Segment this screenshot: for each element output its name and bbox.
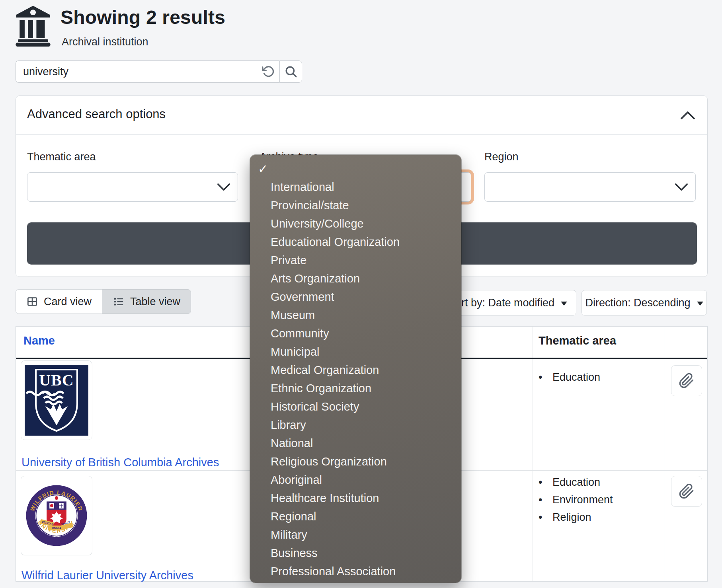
thematic-area-value: Environment (552, 494, 613, 506)
dropdown-option[interactable]: National (250, 434, 461, 452)
caret-down-icon (561, 302, 567, 306)
dropdown-option-selected-blank[interactable]: ✓ (250, 160, 461, 178)
region-label: Region (484, 151, 519, 163)
checkmark-icon: ✓ (250, 162, 268, 176)
table-view-label: Table view (130, 296, 180, 308)
thematic-area-select[interactable] (27, 172, 238, 202)
thematic-area-item: • Environment (539, 493, 613, 507)
dropdown-option[interactable]: Professional Association (250, 562, 461, 580)
thematic-area-label: Thematic area (27, 151, 96, 163)
archive-type-dropdown-menu: ✓ International Provincial/state Univers… (250, 155, 461, 583)
dropdown-option[interactable]: Regional (250, 507, 461, 526)
dropdown-option[interactable]: Museum (250, 306, 461, 324)
chevron-up-icon (680, 111, 693, 120)
thematic-area-value: Education (552, 476, 600, 489)
bullet: • (539, 494, 552, 506)
undo-icon (261, 65, 275, 78)
dropdown-option[interactable]: Military (250, 526, 461, 544)
advanced-search-header: Advanced search options (16, 96, 707, 135)
advanced-search-title: Advanced search options (27, 107, 166, 121)
dropdown-option[interactable]: Historical Society (250, 397, 461, 416)
collapse-panel-button[interactable] (678, 109, 695, 122)
dropdown-option[interactable]: Religious Organization (250, 452, 461, 471)
view-toggle: Card view Table view (16, 289, 191, 314)
reset-search-button[interactable] (257, 60, 279, 83)
region-select[interactable] (484, 172, 696, 202)
paperclip-icon (679, 483, 695, 499)
name-column-header[interactable]: Name (23, 334, 55, 347)
list-icon (113, 296, 125, 308)
result-link[interactable]: University of British Columbia Archives (21, 456, 219, 469)
search-bar (16, 60, 302, 83)
wlu-logo[interactable]: WILFRID LAURIER UNIVERSITY VERITAS OMNIA… (21, 476, 92, 555)
thematic-area-item: • Education (539, 475, 600, 489)
sort-by-label: Sort by: Date modified (448, 297, 554, 309)
table-view-button[interactable]: Table view (102, 289, 191, 314)
paperclip-icon (679, 373, 695, 389)
paperclip-button[interactable] (671, 476, 702, 507)
chevron-down-icon (675, 182, 688, 192)
column-divider (533, 327, 533, 581)
chevron-down-icon (217, 182, 230, 192)
card-view-label: Card view (44, 296, 92, 308)
result-link[interactable]: Wilfrid Laurier University Archives (21, 569, 193, 582)
institution-bank-icon (15, 5, 51, 47)
bullet: • (539, 371, 552, 384)
caret-down-icon (697, 302, 703, 306)
thematic-area-column-header: Thematic area (539, 334, 616, 347)
dropdown-option[interactable]: Ethnic Organization (250, 379, 461, 397)
thematic-area-item: • Religion (539, 510, 591, 524)
page-subtitle: Archival institution (62, 36, 148, 48)
bullet: • (539, 511, 552, 524)
dropdown-option[interactable]: Business (250, 544, 461, 562)
thematic-area-item: • Education (539, 370, 600, 384)
dropdown-option[interactable]: Provincial/state (250, 196, 461, 214)
dropdown-option[interactable]: Library (250, 416, 461, 434)
dropdown-option[interactable]: Medical Organization (250, 361, 461, 379)
search-submit-icon-button[interactable] (279, 60, 302, 83)
dropdown-option[interactable]: Government (250, 288, 461, 306)
sort-direction-button[interactable]: Direction: Descending (582, 290, 707, 315)
dropdown-option[interactable]: Arts Organization (250, 269, 461, 288)
thematic-area-value: Education (552, 371, 600, 384)
card-view-button[interactable]: Card view (16, 289, 102, 314)
thematic-area-value: Religion (552, 511, 591, 524)
dropdown-option[interactable]: Healthcare Institution (250, 489, 461, 507)
dropdown-option[interactable]: Community (250, 324, 461, 343)
dropdown-option[interactable]: Educational Organization (250, 233, 461, 251)
wlu-motto-center: OMNIA (52, 527, 61, 530)
column-divider (665, 327, 665, 581)
dropdown-option[interactable]: International (250, 178, 461, 196)
paperclip-button[interactable] (671, 365, 702, 396)
bullet: • (539, 476, 552, 489)
direction-label: Direction: Descending (585, 297, 690, 309)
search-icon (284, 65, 298, 78)
ubc-logo[interactable]: UBC (21, 360, 92, 440)
dropdown-option[interactable]: Municipal (250, 343, 461, 361)
grid-icon (26, 296, 38, 308)
dropdown-option[interactable]: University/College (250, 214, 461, 233)
dropdown-option[interactable]: Private (250, 251, 461, 269)
ubc-logo-text: UBC (39, 371, 74, 389)
search-input[interactable] (16, 60, 257, 83)
dropdown-option[interactable]: Aboriginal (250, 471, 461, 489)
page-title: Showing 2 results (60, 6, 225, 28)
